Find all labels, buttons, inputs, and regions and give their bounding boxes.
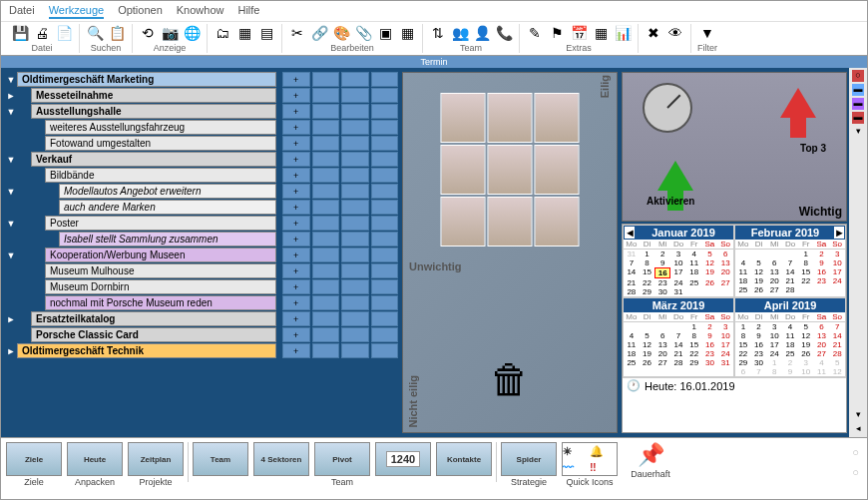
toolbar-button-icon[interactable]: 📞 — [495, 24, 513, 42]
toolbar-button-icon[interactable]: 📋 — [108, 24, 126, 42]
menu-werkzeuge[interactable]: Werkzeuge — [49, 3, 104, 19]
tree-item[interactable]: ▼Kooperation/Werbung Museen — [5, 248, 276, 262]
status-cell[interactable] — [312, 152, 340, 167]
status-cell[interactable]: + — [282, 343, 310, 358]
cal-day[interactable]: 17 — [829, 267, 845, 276]
cal-day[interactable]: 9 — [751, 331, 767, 340]
bottom-card[interactable]: Kontakte — [435, 442, 493, 477]
cal-day[interactable]: 22 — [640, 278, 655, 287]
status-cell[interactable] — [312, 279, 340, 294]
tree-label[interactable]: Porsche Classic Card — [31, 327, 276, 342]
tree-label[interactable]: Verkauf — [31, 152, 276, 167]
cal-day[interactable]: 4 — [735, 258, 751, 267]
tree-item[interactable]: ▼Verkauf — [5, 152, 276, 167]
cal-day[interactable]: 19 — [702, 267, 718, 278]
status-cell[interactable] — [371, 152, 399, 167]
tree-label[interactable]: Isabell stellt Sammlung zusammen — [59, 232, 276, 247]
cal-day[interactable]: 16 — [814, 267, 830, 276]
cal-day[interactable]: 13 — [717, 258, 733, 267]
cal-day[interactable]: 12 — [829, 367, 845, 376]
cal-day[interactable]: 2 — [654, 250, 670, 258]
cal-day[interactable]: 31 — [717, 358, 733, 367]
cal-day[interactable]: 6 — [654, 331, 670, 340]
cal-day[interactable]: 18 — [624, 349, 640, 358]
toolbar-button-icon[interactable]: 📊 — [614, 24, 632, 42]
cal-day[interactable]: 9 — [702, 331, 718, 340]
eisenhower-matrix[interactable]: Eilig Nicht eilig Unwichtig 🗑 — [402, 72, 618, 433]
cal-day[interactable]: 24 — [670, 278, 686, 287]
cal-day[interactable]: 8 — [798, 258, 814, 267]
cal-day[interactable]: 25 — [686, 278, 702, 287]
person-thumbnail[interactable] — [488, 197, 533, 247]
bottom-card[interactable]: SpiderStrategie — [500, 442, 558, 487]
menu-datei[interactable]: Datei — [9, 3, 35, 19]
status-cell[interactable] — [341, 152, 369, 167]
cal-day[interactable]: 8 — [735, 331, 751, 340]
tree-label[interactable]: Kooperation/Werbung Museen — [45, 248, 276, 262]
tree-arrow-icon[interactable]: ► — [5, 91, 17, 101]
status-cell[interactable]: + — [282, 136, 310, 151]
status-cell[interactable] — [371, 343, 399, 358]
toolbar-button-icon[interactable]: 👁 — [666, 24, 684, 42]
cal-day[interactable]: 19 — [640, 349, 655, 358]
status-cell[interactable] — [312, 136, 340, 151]
status-cell[interactable] — [371, 295, 399, 310]
cal-day[interactable]: 23 — [751, 349, 767, 358]
cal-day[interactable]: 18 — [735, 276, 751, 285]
tree-label[interactable]: Bildbände — [45, 168, 276, 183]
cal-day[interactable]: 3 — [670, 250, 686, 258]
status-cell[interactable] — [371, 279, 399, 294]
status-cell[interactable]: + — [282, 279, 310, 294]
tree-arrow-icon[interactable]: ▼ — [5, 250, 17, 260]
cal-day[interactable]: 28 — [782, 285, 798, 294]
status-cell[interactable] — [312, 200, 340, 215]
toolbar-button-icon[interactable]: 🎨 — [332, 24, 350, 42]
toolbar-button-icon[interactable]: ▼ — [698, 24, 716, 42]
status-cell[interactable]: + — [282, 200, 310, 215]
quick-icons[interactable]: ✳🔔〰‼Quick Icons — [561, 442, 619, 487]
tree-item[interactable]: ▼Modellautos Angebot erweitern — [5, 184, 276, 199]
cal-day[interactable]: 1 — [798, 250, 814, 258]
cal-day[interactable]: 7 — [751, 367, 767, 376]
dauerhaft-button[interactable]: 📌Dauerhaft — [622, 442, 679, 479]
person-thumbnail[interactable] — [535, 145, 580, 195]
cal-day[interactable]: 4 — [782, 322, 798, 331]
status-cell[interactable] — [312, 72, 340, 87]
toolbar-button-icon[interactable]: ▣ — [376, 24, 394, 42]
cal-day[interactable]: 22 — [798, 276, 814, 285]
cal-day[interactable]: 31 — [670, 287, 686, 296]
cal-day[interactable]: 12 — [751, 267, 767, 276]
status-cell[interactable] — [312, 216, 340, 231]
cal-day[interactable]: 3 — [717, 322, 733, 331]
toolbar-button-icon[interactable]: 📄 — [55, 24, 73, 42]
bottom-card[interactable]: HeuteAnpacken — [66, 442, 124, 487]
cal-day[interactable]: 15 — [735, 340, 751, 349]
tree-arrow-icon[interactable]: ► — [5, 346, 17, 356]
cal-day[interactable]: 14 — [782, 267, 798, 276]
cal-day[interactable]: 21 — [829, 340, 845, 349]
cal-day[interactable]: 10 — [829, 258, 845, 267]
status-cell[interactable] — [341, 248, 369, 262]
status-cell[interactable]: + — [282, 232, 310, 247]
arrow-red-icon[interactable] — [780, 88, 816, 118]
cal-day[interactable]: 15 — [640, 267, 655, 278]
cal-day[interactable]: 1 — [766, 358, 782, 367]
status-cell[interactable]: + — [282, 263, 310, 278]
bottom-card[interactable]: ZieleZiele — [5, 442, 63, 487]
cal-day[interactable]: 26 — [702, 278, 718, 287]
cal-day[interactable]: 29 — [686, 358, 702, 367]
status-cell[interactable] — [341, 311, 369, 326]
cal-day[interactable]: 9 — [654, 258, 670, 267]
tree-label[interactable]: Modellautos Angebot erweitern — [59, 184, 276, 199]
cal-day[interactable]: 2 — [702, 322, 718, 331]
status-cell[interactable] — [341, 232, 369, 247]
cal-day[interactable]: 4 — [686, 250, 702, 258]
cal-day[interactable]: 10 — [717, 331, 733, 340]
bottom-dots[interactable]: ○○ — [848, 442, 863, 482]
status-cell[interactable] — [312, 88, 340, 103]
side-tool-icon[interactable]: ◂ — [852, 423, 864, 435]
status-cell[interactable] — [371, 216, 399, 231]
status-cell[interactable] — [312, 327, 340, 342]
cal-day[interactable]: 8 — [686, 331, 702, 340]
tree-item[interactable]: Porsche Classic Card — [5, 327, 276, 342]
